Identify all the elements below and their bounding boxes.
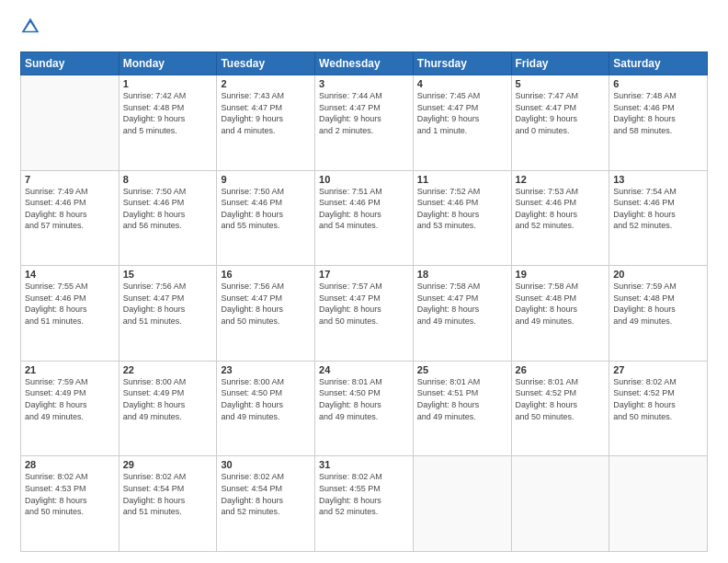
day-cell: 26Sunrise: 8:01 AM Sunset: 4:52 PM Dayli…: [511, 361, 609, 456]
day-number: 12: [516, 174, 606, 185]
day-cell: 16Sunrise: 7:56 AM Sunset: 4:47 PM Dayli…: [217, 266, 315, 362]
day-number: 21: [25, 364, 115, 375]
day-cell: 27Sunrise: 8:02 AM Sunset: 4:52 PM Dayli…: [609, 361, 708, 456]
day-number: 7: [25, 174, 115, 185]
day-info: Sunrise: 7:48 AM Sunset: 4:46 PM Dayligh…: [613, 90, 703, 136]
day-cell: [21, 75, 119, 171]
day-cell: 15Sunrise: 7:56 AM Sunset: 4:47 PM Dayli…: [119, 266, 217, 362]
day-number: 16: [221, 269, 311, 280]
day-cell: 3Sunrise: 7:44 AM Sunset: 4:47 PM Daylig…: [315, 75, 414, 171]
day-cell: [413, 456, 511, 552]
day-cell: 19Sunrise: 7:58 AM Sunset: 4:48 PM Dayli…: [511, 266, 609, 362]
day-number: 30: [221, 459, 311, 470]
day-number: 1: [123, 78, 213, 89]
day-info: Sunrise: 8:01 AM Sunset: 4:52 PM Dayligh…: [516, 376, 606, 422]
day-info: Sunrise: 7:58 AM Sunset: 4:48 PM Dayligh…: [516, 281, 606, 327]
day-number: 24: [319, 364, 409, 375]
day-cell: 31Sunrise: 8:02 AM Sunset: 4:55 PM Dayli…: [315, 456, 414, 552]
day-number: 18: [417, 269, 507, 280]
day-number: 10: [319, 174, 409, 185]
day-cell: 7Sunrise: 7:49 AM Sunset: 4:46 PM Daylig…: [21, 170, 119, 266]
day-cell: 10Sunrise: 7:51 AM Sunset: 4:46 PM Dayli…: [315, 170, 414, 266]
day-number: 8: [123, 174, 213, 185]
day-info: Sunrise: 7:57 AM Sunset: 4:47 PM Dayligh…: [319, 281, 409, 327]
week-row-1: 1Sunrise: 7:42 AM Sunset: 4:48 PM Daylig…: [21, 75, 708, 171]
day-info: Sunrise: 8:02 AM Sunset: 4:53 PM Dayligh…: [25, 471, 115, 517]
day-cell: 30Sunrise: 8:02 AM Sunset: 4:54 PM Dayli…: [217, 456, 315, 552]
day-info: Sunrise: 8:02 AM Sunset: 4:52 PM Dayligh…: [613, 376, 703, 422]
week-row-4: 21Sunrise: 7:59 AM Sunset: 4:49 PM Dayli…: [21, 361, 708, 456]
day-info: Sunrise: 8:02 AM Sunset: 4:54 PM Dayligh…: [123, 471, 213, 517]
day-number: 29: [123, 459, 213, 470]
day-cell: 13Sunrise: 7:54 AM Sunset: 4:46 PM Dayli…: [609, 170, 708, 266]
day-cell: 9Sunrise: 7:50 AM Sunset: 4:46 PM Daylig…: [217, 170, 315, 266]
day-info: Sunrise: 7:52 AM Sunset: 4:46 PM Dayligh…: [417, 186, 507, 232]
day-info: Sunrise: 8:00 AM Sunset: 4:49 PM Dayligh…: [123, 376, 213, 422]
day-number: 19: [516, 269, 606, 280]
day-cell: 22Sunrise: 8:00 AM Sunset: 4:49 PM Dayli…: [119, 361, 217, 456]
weekday-tuesday: Tuesday: [217, 52, 315, 75]
day-number: 28: [25, 459, 115, 470]
day-number: 31: [319, 459, 409, 470]
day-cell: 20Sunrise: 7:59 AM Sunset: 4:48 PM Dayli…: [609, 266, 708, 362]
day-cell: 25Sunrise: 8:01 AM Sunset: 4:51 PM Dayli…: [413, 361, 511, 456]
day-cell: 29Sunrise: 8:02 AM Sunset: 4:54 PM Dayli…: [119, 456, 217, 552]
day-number: 3: [319, 78, 409, 89]
weekday-thursday: Thursday: [413, 52, 511, 75]
day-number: 15: [123, 269, 213, 280]
day-cell: 1Sunrise: 7:42 AM Sunset: 4:48 PM Daylig…: [119, 75, 217, 171]
day-number: 23: [221, 364, 311, 375]
calendar-body: 1Sunrise: 7:42 AM Sunset: 4:48 PM Daylig…: [21, 75, 708, 552]
day-cell: 17Sunrise: 7:57 AM Sunset: 4:47 PM Dayli…: [315, 266, 414, 362]
day-info: Sunrise: 8:01 AM Sunset: 4:50 PM Dayligh…: [319, 376, 409, 422]
day-cell: 23Sunrise: 8:00 AM Sunset: 4:50 PM Dayli…: [217, 361, 315, 456]
day-cell: [609, 456, 708, 552]
page: SundayMondayTuesdayWednesdayThursdayFrid…: [0, 0, 728, 563]
logo: [20, 17, 42, 42]
day-cell: 11Sunrise: 7:52 AM Sunset: 4:46 PM Dayli…: [413, 170, 511, 266]
day-info: Sunrise: 7:56 AM Sunset: 4:47 PM Dayligh…: [221, 281, 311, 327]
header: [20, 17, 708, 42]
day-info: Sunrise: 7:49 AM Sunset: 4:46 PM Dayligh…: [25, 186, 115, 232]
day-info: Sunrise: 7:56 AM Sunset: 4:47 PM Dayligh…: [123, 281, 213, 327]
day-info: Sunrise: 7:44 AM Sunset: 4:47 PM Dayligh…: [319, 90, 409, 136]
day-number: 9: [221, 174, 311, 185]
weekday-wednesday: Wednesday: [315, 52, 414, 75]
day-number: 14: [25, 269, 115, 280]
logo-icon: [20, 17, 40, 37]
week-row-2: 7Sunrise: 7:49 AM Sunset: 4:46 PM Daylig…: [21, 170, 708, 266]
day-number: 22: [123, 364, 213, 375]
day-cell: 14Sunrise: 7:55 AM Sunset: 4:46 PM Dayli…: [21, 266, 119, 362]
day-cell: 2Sunrise: 7:43 AM Sunset: 4:47 PM Daylig…: [217, 75, 315, 171]
day-info: Sunrise: 7:42 AM Sunset: 4:48 PM Dayligh…: [123, 90, 213, 136]
day-cell: 5Sunrise: 7:47 AM Sunset: 4:47 PM Daylig…: [511, 75, 609, 171]
day-cell: 18Sunrise: 7:58 AM Sunset: 4:47 PM Dayli…: [413, 266, 511, 362]
day-cell: 4Sunrise: 7:45 AM Sunset: 4:47 PM Daylig…: [413, 75, 511, 171]
day-info: Sunrise: 7:47 AM Sunset: 4:47 PM Dayligh…: [516, 90, 606, 136]
day-info: Sunrise: 8:00 AM Sunset: 4:50 PM Dayligh…: [221, 376, 311, 422]
day-number: 25: [417, 364, 507, 375]
day-number: 26: [516, 364, 606, 375]
day-cell: 12Sunrise: 7:53 AM Sunset: 4:46 PM Dayli…: [511, 170, 609, 266]
day-info: Sunrise: 7:59 AM Sunset: 4:48 PM Dayligh…: [613, 281, 703, 327]
day-number: 6: [613, 78, 703, 89]
day-number: 5: [516, 78, 606, 89]
day-info: Sunrise: 7:45 AM Sunset: 4:47 PM Dayligh…: [417, 90, 507, 136]
weekday-friday: Friday: [511, 52, 609, 75]
day-number: 27: [613, 364, 703, 375]
weekday-saturday: Saturday: [609, 52, 708, 75]
week-row-5: 28Sunrise: 8:02 AM Sunset: 4:53 PM Dayli…: [21, 456, 708, 552]
day-info: Sunrise: 7:43 AM Sunset: 4:47 PM Dayligh…: [221, 90, 311, 136]
day-number: 13: [613, 174, 703, 185]
day-cell: 6Sunrise: 7:48 AM Sunset: 4:46 PM Daylig…: [609, 75, 708, 171]
day-info: Sunrise: 7:53 AM Sunset: 4:46 PM Dayligh…: [516, 186, 606, 232]
day-number: 11: [417, 174, 507, 185]
day-info: Sunrise: 7:51 AM Sunset: 4:46 PM Dayligh…: [319, 186, 409, 232]
day-cell: 8Sunrise: 7:50 AM Sunset: 4:46 PM Daylig…: [119, 170, 217, 266]
weekday-header-row: SundayMondayTuesdayWednesdayThursdayFrid…: [21, 52, 708, 75]
day-info: Sunrise: 7:59 AM Sunset: 4:49 PM Dayligh…: [25, 376, 115, 422]
day-number: 4: [417, 78, 507, 89]
day-number: 20: [613, 269, 703, 280]
day-cell: 21Sunrise: 7:59 AM Sunset: 4:49 PM Dayli…: [21, 361, 119, 456]
day-number: 17: [319, 269, 409, 280]
